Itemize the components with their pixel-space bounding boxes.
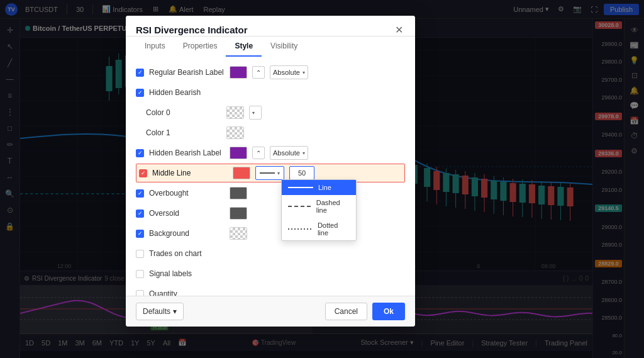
- cb-hidden-bearish-label[interactable]: [136, 149, 144, 157]
- dropdown-hidden-bearish-label[interactable]: Absolute ▾: [270, 146, 308, 160]
- line-preview: [260, 172, 275, 174]
- cb-quantity[interactable]: [136, 290, 144, 296]
- tab-properties[interactable]: Properties: [174, 36, 226, 57]
- defaults-button[interactable]: Defaults ▾: [136, 303, 184, 320]
- label-signal-labels: Signal labels: [149, 269, 225, 278]
- dialog-title: RSI Divergence Indicator: [136, 25, 248, 35]
- cb-regular-bearish[interactable]: [136, 69, 144, 77]
- cb-background[interactable]: [136, 230, 144, 238]
- label-regular-bearish: Regular Bearish Label: [149, 68, 225, 77]
- chevron-down-icon: ▾: [303, 150, 305, 156]
- footer-right-buttons: Cancel Ok: [325, 303, 405, 320]
- label-quantity: Quantity: [149, 289, 225, 296]
- row-hidden-bearish: Hidden Bearish: [136, 83, 405, 102]
- row-trades-on-chart: Trades on chart: [136, 244, 405, 263]
- row-regular-bearish-label: Regular Bearish Label ⌃ Absolute ▾: [136, 63, 405, 82]
- row-signal-labels: Signal labels: [136, 264, 405, 283]
- cb-overbought[interactable]: [136, 189, 144, 198]
- chevron-color-0[interactable]: ▾: [249, 106, 262, 120]
- rsi-dialog: RSI Divergence Indicator ✕ Inputs Proper…: [126, 16, 415, 327]
- line-option-solid[interactable]: Line: [282, 180, 356, 195]
- row-oversold: Oversold: [136, 204, 405, 223]
- row-color-1: Color 1: [136, 123, 405, 142]
- dialog-header: RSI Divergence Indicator ✕: [126, 16, 415, 36]
- color-background[interactable]: [230, 227, 247, 240]
- line-solid-preview: [288, 187, 313, 188]
- color-oversold[interactable]: [230, 207, 247, 220]
- cancel-button[interactable]: Cancel: [325, 303, 367, 320]
- color-0-swatch[interactable]: [226, 106, 244, 119]
- dialog-body: Regular Bearish Label ⌃ Absolute ▾ Hidde…: [126, 57, 415, 296]
- line-option-dashed[interactable]: Dashed line: [282, 195, 356, 218]
- line-value-input[interactable]: 50: [289, 166, 314, 180]
- ok-button[interactable]: Ok: [372, 303, 405, 320]
- line-option-dotted[interactable]: Dotted line: [282, 218, 356, 240]
- label-color-0: Color 0: [146, 108, 221, 117]
- row-hidden-bearish-label: Hidden Bearish Label ⌃ Absolute ▾: [136, 143, 405, 162]
- row-quantity: Quantity: [136, 284, 405, 296]
- label-hidden-bearish-label: Hidden Bearish Label: [149, 148, 225, 157]
- color-overbought[interactable]: [230, 187, 247, 199]
- cb-oversold[interactable]: [136, 210, 144, 218]
- dialog-tabs: Inputs Properties Style Visibility: [126, 36, 415, 57]
- row-background: Background: [136, 224, 405, 243]
- color-regular-bearish[interactable]: [230, 66, 247, 79]
- icon-regular-bearish[interactable]: ⌃: [252, 66, 265, 79]
- color-middle-line[interactable]: [233, 167, 250, 179]
- row-overbought: Overbought: [136, 184, 405, 203]
- label-trades-on-chart: Trades on chart: [149, 249, 225, 258]
- label-hidden-bearish: Hidden Bearish: [149, 88, 225, 97]
- cb-hidden-bearish[interactable]: [136, 89, 144, 97]
- dropdown-regular-bearish[interactable]: Absolute ▾: [270, 65, 308, 79]
- chevron-down-icon: ▾: [173, 307, 177, 316]
- icon-hidden-bearish-label[interactable]: ⌃: [252, 147, 265, 159]
- line-dashed-preview: [288, 206, 311, 207]
- color-1-swatch[interactable]: [226, 126, 244, 139]
- color-hidden-bearish-label[interactable]: [230, 147, 247, 159]
- cb-middle-line[interactable]: [139, 169, 147, 177]
- label-oversold: Oversold: [149, 209, 225, 218]
- line-style-button[interactable]: ▾: [255, 166, 284, 180]
- cb-signal-labels[interactable]: [136, 270, 144, 278]
- label-overbought: Overbought: [149, 189, 225, 198]
- chevron-down-icon: ▾: [252, 110, 255, 116]
- line-dotted-preview: [288, 228, 313, 230]
- row-color-0: Color 0 ▾: [136, 103, 405, 122]
- chevron-down-icon: ▾: [277, 171, 280, 176]
- tab-inputs[interactable]: Inputs: [136, 36, 174, 57]
- tab-style[interactable]: Style: [226, 36, 262, 57]
- label-background: Background: [149, 229, 225, 238]
- line-style-dropdown: Line Dashed line Dotted line: [281, 179, 357, 241]
- label-color-1: Color 1: [146, 128, 221, 137]
- dialog-close-button[interactable]: ✕: [392, 23, 405, 36]
- cb-trades-on-chart[interactable]: [136, 250, 144, 258]
- chevron-down-icon: ▾: [303, 70, 305, 76]
- tab-visibility[interactable]: Visibility: [262, 36, 306, 57]
- dialog-footer: Defaults ▾ Cancel Ok: [126, 296, 415, 327]
- label-middle-line: Middle Line: [152, 169, 228, 177]
- row-middle-line: Middle Line ▾ 50 Line Dashed line: [136, 164, 405, 182]
